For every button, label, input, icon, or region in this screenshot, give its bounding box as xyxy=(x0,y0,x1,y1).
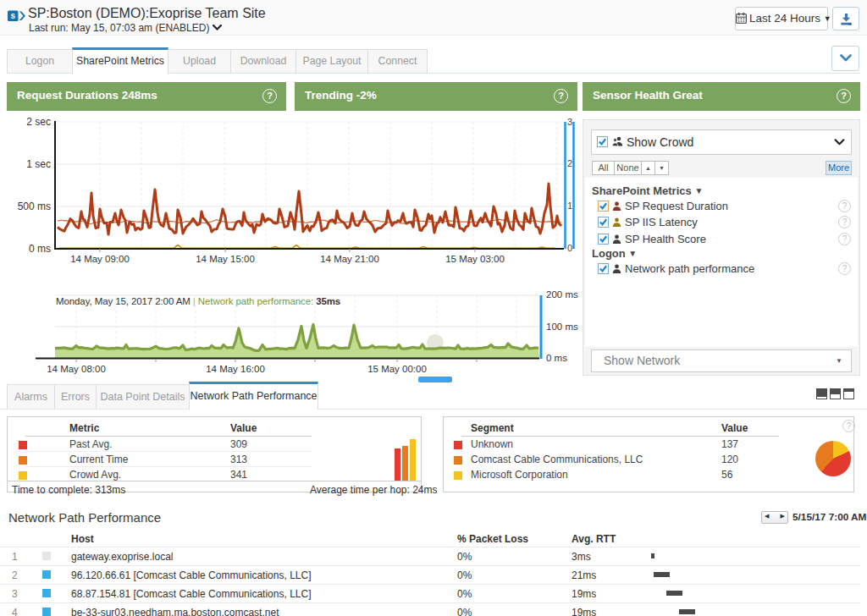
svg-text:500 ms: 500 ms xyxy=(18,201,51,212)
svg-text:200 ms: 200 ms xyxy=(546,289,578,300)
svg-text:14 May 16:00: 14 May 16:00 xyxy=(206,364,265,374)
svg-text:14 May 08:00: 14 May 08:00 xyxy=(47,364,106,374)
svg-text:0 ms: 0 ms xyxy=(29,243,51,255)
svg-text:0: 0 xyxy=(567,243,572,253)
svg-text:100 ms: 100 ms xyxy=(546,322,578,332)
svg-text:1 sec: 1 sec xyxy=(26,158,51,170)
svg-text:15 May 03:00: 15 May 03:00 xyxy=(445,254,505,264)
svg-text:1: 1 xyxy=(567,201,572,211)
svg-text:14 May 15:00: 14 May 15:00 xyxy=(196,254,255,264)
svg-text:14 May 09:00: 14 May 09:00 xyxy=(70,254,130,264)
svg-text:Monday, May 15, 2017 2:00 AM |: Monday, May 15, 2017 2:00 AM | Network p… xyxy=(56,296,340,306)
svg-text:0 ms: 0 ms xyxy=(546,353,567,363)
svg-text:14 May 21:00: 14 May 21:00 xyxy=(320,254,379,264)
svg-text:2: 2 xyxy=(567,158,572,168)
svg-text:15 May 00:00: 15 May 00:00 xyxy=(367,364,427,374)
svg-text:2 sec: 2 sec xyxy=(26,116,51,128)
svg-text:3: 3 xyxy=(567,117,572,127)
